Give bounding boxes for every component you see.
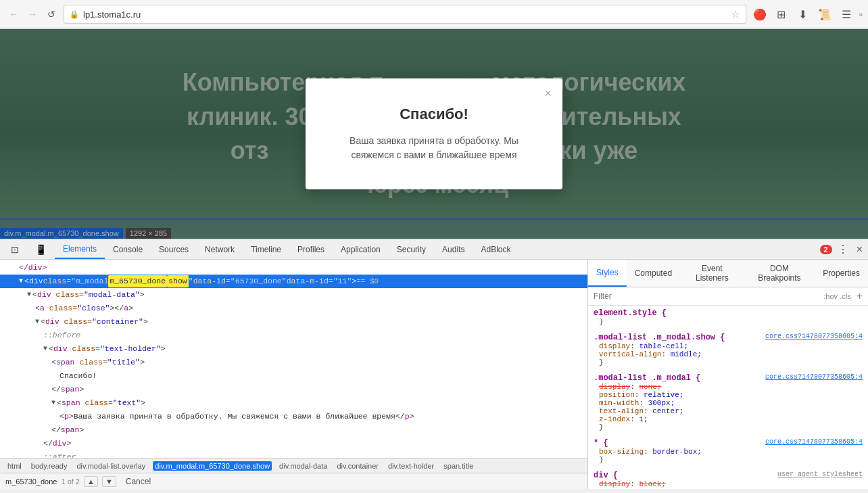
dom-content[interactable]: </div> ▼ <div class="m_modal m_65730_don… [0, 260, 587, 458]
tab-network[interactable]: Network [197, 241, 243, 258]
css-source[interactable]: core.css?1478077358605:4 [765, 438, 863, 446]
css-property: position: relative; [599, 391, 863, 399]
bookmark-icon[interactable]: ☆ [731, 9, 740, 20]
css-val-strikethrough: none; [639, 383, 661, 391]
css-rule-modal-show: .modal-list .m_modal.show { core.css?147… [594, 333, 863, 367]
css-close-brace: } [599, 318, 604, 326]
styles-tab-computed[interactable]: Computed [627, 260, 680, 287]
breadcrumb-modal-data[interactable]: div.modal-data [277, 461, 329, 471]
tab-sources[interactable]: Sources [151, 241, 197, 258]
tab-adblock[interactable]: AdBlock [473, 241, 519, 258]
css-block: display: none; position: relative; min-w… [599, 383, 863, 431]
tab-application[interactable]: Application [333, 241, 389, 258]
dom-text-node: Спасибо! [59, 370, 97, 382]
css-selector: .modal-list .m_modal.show { [594, 333, 725, 342]
styles-add-rule-button[interactable]: + [857, 290, 863, 302]
dom-line[interactable]: ▼ <div class="container"> [0, 315, 587, 329]
dom-tag: <div class="container"> [41, 316, 148, 328]
dom-line-selected[interactable]: ▼ <div class="m_modal m_65730_done show"… [0, 275, 587, 288]
css-selector-line: element.style { [594, 308, 863, 318]
css-prop: position [599, 391, 635, 399]
css-block: } [599, 318, 863, 326]
css-property: display: table-cell; [599, 342, 863, 350]
class-attr-quote: " [71, 275, 76, 287]
extensions-icon[interactable]: 🔴 [750, 5, 769, 24]
dom-line[interactable]: <a class="close"></a> [0, 302, 587, 315]
expand-triangle[interactable]: ▼ [35, 316, 39, 328]
expand-triangle[interactable]: ▼ [19, 275, 23, 287]
dom-line[interactable]: ▼ <div class="modal-data"> [0, 288, 587, 302]
tab-inspect-icon[interactable]: ⊡ [3, 240, 27, 259]
settings-icon[interactable]: ⊞ [772, 5, 791, 24]
search-next-button[interactable]: ▼ [102, 476, 116, 487]
dom-line[interactable]: ▼ <span class="text"> [0, 396, 587, 410]
download-icon[interactable]: ⬇ [794, 5, 813, 24]
breadcrumb-container[interactable]: div.container [335, 461, 381, 471]
dom-line[interactable]: </span> [0, 423, 587, 437]
forward-button[interactable]: → [24, 6, 41, 22]
dom-line[interactable]: Спасибо! [0, 369, 587, 383]
search-prev-button[interactable]: ▲ [84, 476, 98, 487]
css-property: z-index: 1; [599, 415, 863, 423]
css-source[interactable]: core.css?1478077358605:4 [765, 373, 863, 381]
tab-security[interactable]: Security [389, 241, 434, 258]
css-val: 1; [639, 415, 648, 423]
search-cancel-button[interactable]: Cancel [120, 475, 156, 488]
breadcrumb-overlay[interactable]: div.modal-list.overlay [74, 461, 147, 471]
pseudo-after: ::after [43, 451, 76, 458]
dom-tag: <span class="title"> [51, 356, 145, 369]
expand-triangle[interactable]: ▼ [27, 289, 31, 301]
data-m-id-attr: data-m-id= [287, 275, 333, 287]
styles-tabs: Styles Computed Event Listeners DOM Brea… [588, 260, 868, 287]
history-icon[interactable]: 📜 [815, 5, 834, 24]
tab-console[interactable]: Console [105, 241, 151, 258]
styles-tab-dom-breakpoints[interactable]: DOM Breakpoints [744, 260, 815, 287]
error-badge: 2 [820, 245, 832, 254]
styles-tab-properties[interactable]: Properties [815, 260, 868, 287]
security-icon: 🔒 [70, 10, 79, 19]
dom-tag: <span class="text"> [57, 397, 145, 409]
dom-line[interactable]: </div> [0, 437, 587, 450]
css-selector-line: div { user agent stylesheet [594, 471, 863, 480]
dom-line[interactable]: ::after [0, 450, 587, 458]
breadcrumb-html[interactable]: html [5, 461, 24, 471]
css-prop: z-index [599, 415, 630, 423]
devtools-more-button[interactable]: ⋮ [835, 240, 851, 258]
styles-filter-input[interactable] [594, 291, 818, 301]
dom-line[interactable]: </div> [0, 261, 587, 275]
menu-icon[interactable]: ☰ [837, 5, 856, 24]
modal-close-button[interactable]: × [544, 87, 552, 101]
css-property: box-sizing: border-box; [599, 448, 863, 456]
devtools-close-button[interactable]: × [854, 241, 865, 258]
styles-tab-styles[interactable]: Styles [588, 260, 627, 287]
css-close-brace: } [599, 423, 604, 431]
css-source[interactable]: core.css?1478077358605:4 [765, 333, 863, 340]
tab-mobile-icon[interactable]: 📱 [27, 240, 55, 259]
expand-triangle[interactable]: ▼ [51, 397, 55, 409]
dom-line[interactable]: ::before [0, 329, 587, 342]
tab-profiles[interactable]: Profiles [289, 241, 333, 258]
expand-triangle[interactable]: ▼ [43, 343, 47, 355]
breadcrumb-body[interactable]: body.ready [29, 461, 70, 471]
back-button[interactable]: ← [5, 6, 22, 22]
tab-timeline[interactable]: Timeline [243, 241, 289, 258]
styles-tab-event-listeners[interactable]: Event Listeners [680, 260, 744, 287]
dom-line[interactable]: ▼ <div class="text-holder"> [0, 342, 587, 356]
breadcrumb-span-title[interactable]: span.title [441, 461, 475, 471]
dom-line[interactable]: <p>Ваша заявка принята в обработку. Мы с… [0, 410, 587, 423]
address-bar-url: lp1.stoma1c.ru [83, 9, 727, 20]
css-prop: display [599, 342, 630, 350]
css-close-brace: } [599, 456, 604, 464]
breadcrumb-active[interactable]: div.m_modal.m_65730_done.show [153, 461, 272, 471]
tab-audits[interactable]: Audits [434, 241, 473, 258]
tab-elements[interactable]: Elements [55, 240, 105, 259]
address-bar-container: 🔒 lp1.stoma1c.ru ☆ [64, 5, 746, 24]
dom-line[interactable]: </span> [0, 383, 587, 396]
dom-line[interactable]: <span class="title"> [0, 356, 587, 369]
css-property: text-align: center; [599, 407, 863, 415]
devtools-body: </div> ▼ <div class="m_modal m_65730_don… [0, 260, 868, 489]
reload-button[interactable]: ↺ [43, 6, 59, 22]
breadcrumb-text-holder[interactable]: div.text-holder [386, 461, 436, 471]
filter-hov-cls[interactable]: :hov .cls [823, 292, 850, 300]
dom-close-tag: </span> [51, 383, 84, 396]
